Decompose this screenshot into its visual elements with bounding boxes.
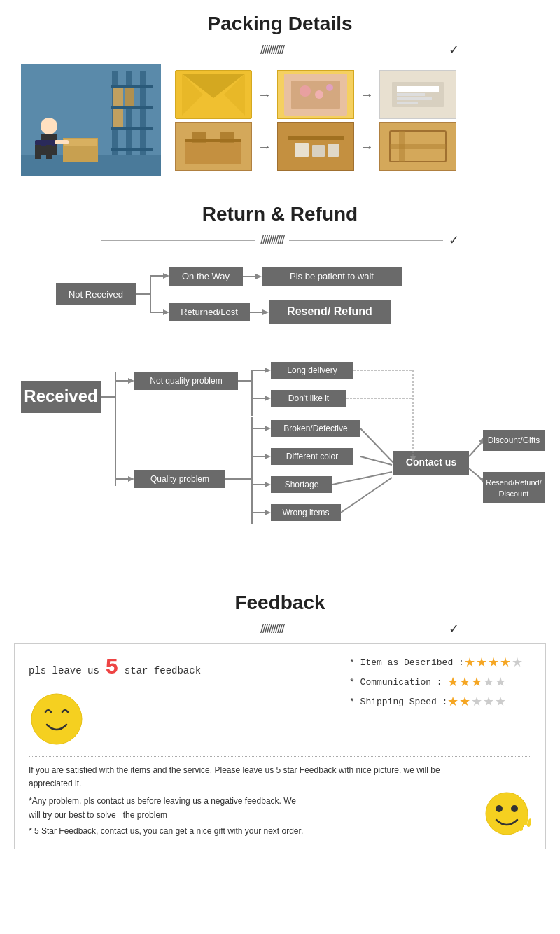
svg-line-109	[360, 456, 392, 465]
refund-divider-right	[289, 240, 443, 241]
svg-text:Don't like it: Don't like it	[288, 393, 330, 403]
svg-line-108	[360, 428, 396, 465]
svg-rect-17	[55, 140, 69, 144]
svg-text:Received: Received	[24, 386, 97, 405]
chevron-icon: ✓	[449, 42, 459, 57]
svg-rect-41	[295, 143, 309, 157]
svg-text:Discount/Gifts: Discount/Gifts	[488, 435, 540, 445]
feedback-main-text: pls leave us 5 star feedback	[29, 655, 335, 681]
packing-title: Packing Details	[208, 13, 353, 35]
svg-rect-131	[519, 818, 523, 831]
svg-point-127	[31, 694, 82, 744]
pkg-cardboard	[175, 122, 252, 171]
svg-rect-6	[111, 127, 153, 130]
svg-point-28	[326, 84, 333, 91]
svg-marker-79	[265, 368, 271, 373]
refund-zigzag-icon: ///////////	[260, 233, 284, 248]
svg-line-117	[341, 478, 392, 513]
rating-label-1: * Item as Described :	[349, 657, 464, 668]
feedback-divider-right	[289, 629, 443, 629]
feedback-suffix: star feedback	[118, 665, 201, 676]
svg-text:Resend/ Refund: Resend/ Refund	[287, 305, 372, 317]
stars-2: ★★★★★	[447, 674, 507, 690]
packing-header: Packing Details	[0, 0, 560, 39]
refund-chevron-icon: ✓	[449, 232, 459, 248]
dotted-divider	[29, 756, 531, 757]
svg-text:Pls be patient to wait: Pls be patient to wait	[290, 271, 374, 281]
svg-marker-101	[265, 482, 271, 487]
refund-svg: Not Received On the Way Pls be patient t…	[14, 262, 546, 563]
pkg-envelope	[175, 70, 252, 119]
svg-marker-73	[128, 378, 134, 384]
svg-text:Broken/Defective: Broken/Defective	[284, 424, 348, 433]
packing-section: → →	[0, 64, 560, 190]
packing-row-2: → →	[175, 122, 539, 171]
packing-row-1: → →	[175, 70, 539, 119]
svg-point-129	[496, 805, 503, 812]
feedback-bottom-text: If you are satisfied with the items and …	[29, 764, 475, 838]
svg-rect-47	[390, 144, 446, 149]
divider-line-right	[289, 50, 443, 50]
svg-marker-65	[262, 309, 269, 315]
svg-text:Not quality problem: Not quality problem	[150, 376, 222, 386]
svg-rect-8	[113, 88, 123, 106]
stars-3: ★★★★★	[447, 694, 507, 709]
arrow-2: →	[360, 87, 374, 103]
svg-text:Different color: Different color	[286, 452, 338, 461]
feedback-bottom: If you are satisfied with the items and …	[29, 764, 531, 838]
svg-point-130	[511, 805, 518, 812]
arrow-4: →	[360, 139, 374, 155]
feedback-left: pls leave us 5 star feedback	[29, 655, 335, 749]
feedback-zigzag-icon: ///////////	[260, 622, 284, 636]
svg-text:On the Way: On the Way	[182, 271, 230, 281]
feedback-section: pls leave us 5 star feedback * Item as D…	[0, 643, 560, 863]
pkg-small	[277, 70, 354, 119]
svg-rect-42	[312, 145, 325, 157]
feedback-body2: *Any problem, pls contact us before leav…	[29, 795, 475, 821]
refund-header: Return & Refund	[0, 190, 560, 230]
svg-text:Long delivery: Long delivery	[287, 365, 337, 375]
pkg-labeled	[379, 70, 456, 119]
packing-photo	[21, 64, 161, 176]
star-row-1: * Item as Described : ★★★★★	[349, 655, 531, 670]
svg-rect-16	[35, 140, 56, 146]
svg-rect-19	[46, 145, 52, 159]
smiley-face-left	[29, 691, 85, 747]
feedback-prefix: pls leave us	[29, 665, 105, 676]
svg-rect-34	[397, 102, 418, 104]
svg-point-27	[315, 90, 323, 99]
svg-text:Discount: Discount	[499, 489, 529, 498]
svg-marker-53	[163, 273, 169, 279]
feedback-top: pls leave us 5 star feedback * Item as D…	[29, 655, 531, 749]
refund-flow: Not Received On the Way Pls be patient t…	[0, 255, 560, 579]
svg-line-116	[332, 472, 392, 485]
svg-rect-13	[64, 139, 97, 146]
svg-rect-10	[113, 109, 123, 127]
svg-text:Shortage: Shortage	[285, 480, 319, 489]
feedback-body1: If you are satisfied with the items and …	[29, 764, 475, 790]
refund-divider: /////////// ✓	[0, 232, 560, 248]
refund-divider-left	[101, 240, 255, 241]
feedback-divider: /////////// ✓	[0, 621, 560, 636]
refund-title: Return & Refund	[202, 203, 358, 225]
divider-line-left	[101, 50, 255, 50]
packing-images: → →	[21, 64, 539, 176]
svg-marker-97	[265, 454, 271, 459]
svg-marker-105	[265, 510, 271, 515]
feedback-title: Feedback	[234, 592, 325, 614]
svg-rect-18	[35, 145, 41, 159]
smiley-face-right	[482, 789, 531, 838]
pkg-open-box	[277, 122, 354, 171]
svg-marker-83	[265, 396, 271, 401]
feedback-body3: * 5 Star Feedback, contact us, you can g…	[29, 825, 475, 838]
star-row-3: * Shipping Speed : ★★★★★	[349, 694, 531, 709]
feedback-box: pls leave us 5 star feedback * Item as D…	[14, 643, 546, 849]
svg-text:Wrong items: Wrong items	[282, 508, 329, 517]
svg-point-26	[300, 85, 311, 97]
svg-rect-7	[111, 148, 153, 151]
feedback-ratings: * Item as Described : ★★★★★ * Communicat…	[349, 655, 531, 713]
svg-line-118	[469, 442, 482, 456]
feedback-divider-left	[101, 629, 255, 629]
rating-label-2: * Communication :	[349, 677, 447, 688]
packing-divider: /////////// ✓	[0, 42, 560, 57]
